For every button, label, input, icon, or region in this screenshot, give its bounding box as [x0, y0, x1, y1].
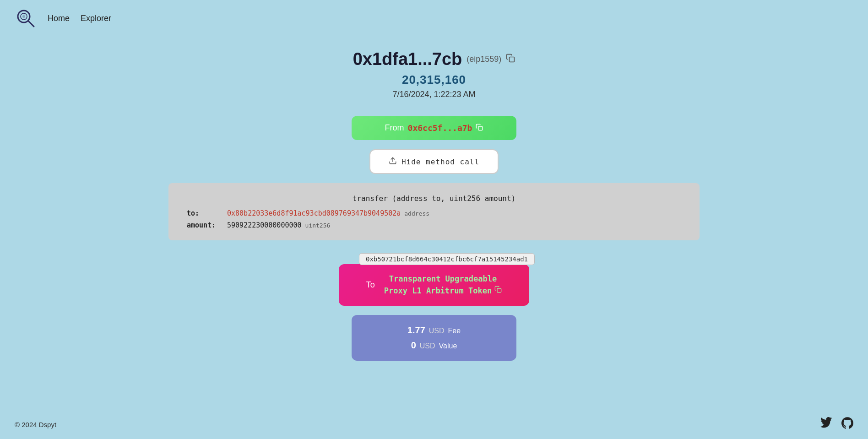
value-currency: USD	[420, 342, 435, 350]
param-to-type: address	[404, 210, 429, 217]
svg-rect-7	[497, 288, 501, 293]
copy-to-icon[interactable]	[494, 285, 502, 296]
param-amount-type: uint256	[305, 222, 331, 229]
hide-method-label: Hide method call	[401, 157, 479, 166]
tx-hash-row: 0x1dfa1...7cb (eip1559)	[353, 49, 515, 69]
param-amount-key: amount:	[187, 221, 223, 229]
param-amount-value: 590922230000000000	[227, 221, 302, 229]
to-hash-label: 0xb50721bcf8d664c30412cfbc6cf7a15145234a…	[359, 253, 535, 265]
fee-row: 1.77 USD Fee	[407, 325, 461, 336]
to-box: To Transparent Upgradeable Proxy L1 Arbi…	[339, 264, 529, 306]
footer: © 2024 Dspyt	[0, 410, 868, 439]
nav-home[interactable]: Home	[48, 14, 70, 23]
copy-from-icon[interactable]	[476, 124, 483, 133]
github-icon[interactable]	[841, 417, 853, 432]
fee-amount: 1.77	[407, 325, 425, 336]
param-to-value[interactable]: 0x80b22033e6d8f91ac93cbd089769347b904950…	[227, 209, 401, 217]
copy-hash-icon[interactable]	[506, 54, 515, 65]
value-amount: 0	[411, 340, 416, 351]
block-number: 20,315,160	[402, 73, 466, 87]
svg-line-1	[28, 21, 34, 27]
fee-label: Fee	[448, 327, 461, 335]
hide-method-button[interactable]: Hide method call	[369, 149, 499, 174]
to-name: Transparent Upgradeable Proxy L1 Arbitru…	[384, 273, 502, 297]
method-panel: transfer (address to, uint256 amount) to…	[168, 183, 700, 240]
eip-badge: (eip1559)	[467, 54, 501, 64]
from-address[interactable]: 0x6cc5f...a7b	[408, 123, 472, 133]
footer-icons	[820, 417, 853, 432]
from-box: From 0x6cc5f...a7b	[352, 116, 516, 140]
to-name-line2: Proxy L1 Arbitrum Token	[384, 285, 502, 297]
value-label: Value	[439, 342, 457, 350]
navbar: Home Explorer	[0, 0, 868, 37]
fee-value-box: 1.77 USD Fee 0 USD Value	[352, 315, 516, 361]
from-label: From	[385, 123, 404, 133]
param-amount-row: amount: 590922230000000000 uint256	[187, 221, 681, 229]
timestamp: 7/16/2024, 1:22:23 AM	[392, 90, 475, 99]
svg-rect-5	[478, 126, 483, 130]
param-to-row: to: 0x80b22033e6d8f91ac93cbd089769347b90…	[187, 209, 681, 217]
svg-rect-4	[510, 57, 515, 62]
copyright: © 2024 Dspyt	[15, 421, 56, 428]
to-label: To	[366, 280, 375, 290]
fee-currency: USD	[429, 327, 445, 335]
logo	[15, 7, 37, 29]
method-signature: transfer (address to, uint256 amount)	[187, 194, 681, 203]
param-to-key: to:	[187, 209, 223, 217]
nav-explorer[interactable]: Explorer	[81, 14, 111, 23]
upload-icon	[389, 157, 397, 167]
to-container: 0xb50721bcf8d664c30412cfbc6cf7a15145234a…	[333, 253, 535, 306]
to-name-line1: Transparent Upgradeable	[384, 273, 502, 285]
svg-point-3	[22, 15, 25, 18]
twitter-icon[interactable]	[820, 417, 832, 432]
value-row: 0 USD Value	[411, 340, 457, 351]
main-content: 0x1dfa1...7cb (eip1559) 20,315,160 7/16/…	[0, 37, 868, 410]
tx-hash-text: 0x1dfa1...7cb	[353, 49, 462, 69]
